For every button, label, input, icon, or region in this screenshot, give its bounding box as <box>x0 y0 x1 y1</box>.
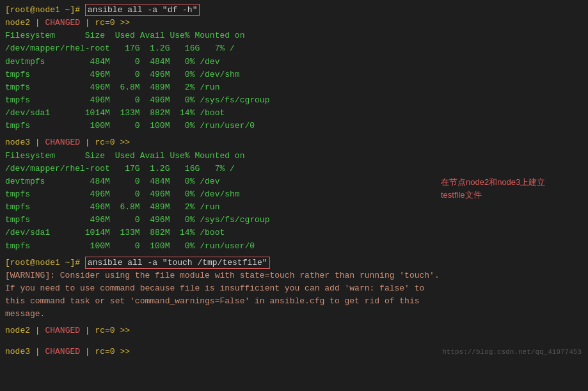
node2-header-2: node2 | CHANGED | rc=0 >> <box>5 324 583 337</box>
df-row-6-node2: /dev/sda1 1014M 133M 882M 14% /boot <box>5 107 583 120</box>
warning-line-3: this command task or set 'command_warnin… <box>5 295 583 308</box>
node3-status-2: CHANGED <box>45 347 80 356</box>
df-row-5-node2: tmpfs 496M 0 496M 0% /sys/fs/cgroup <box>5 94 583 107</box>
df-row-1-node3: /dev/mapper/rhel-root 17G 1.2G 16G 7% / <box>5 163 583 175</box>
prompt-2: [root@node1 ~]# <box>5 258 85 267</box>
df-row-4-node3: tmpfs 496M 6.8M 489M 2% /run <box>5 201 583 214</box>
node2-rc-1: | rc=0 >> <box>80 18 130 28</box>
df-row-5-node3: tmpfs 496M 0 496M 0% /sys/fs/cgroup <box>5 214 583 227</box>
terminal: [root@node1 ~]# ansible all -a "df -h" n… <box>0 0 588 362</box>
df-header-text-node2: Filesystem Size Used Avail Use% Mounted … <box>5 31 244 40</box>
node3-label-1: node3 | <box>5 138 45 147</box>
df-header-node3: Filesystem Size Used Avail Use% Mounted … <box>5 150 583 163</box>
node3-header-1: node3 | CHANGED | rc=0 >> <box>5 136 583 149</box>
df-row-1-node2: /dev/mapper/rhel-root 17G 1.2G 16G 7% / <box>5 42 583 55</box>
df-row-7-node2: tmpfs 100M 0 100M 0% /run/user/0 <box>5 120 583 132</box>
command-box-2: ansible all -a "touch /tmp/testfile" <box>85 257 270 269</box>
node2-rc-2: | rc=0 >> <box>80 326 130 335</box>
node2-label-2: node2 | <box>5 326 45 335</box>
warning-line-4: message. <box>5 308 583 321</box>
df-row-2-node2: devtmpfs 484M 0 484M 0% /dev <box>5 56 583 68</box>
df-row-6-node3: /dev/sda1 1014M 133M 882M 14% /boot <box>5 227 583 239</box>
node3-status-1: CHANGED <box>45 138 80 147</box>
command-box-1: ansible all -a "df -h" <box>85 4 200 16</box>
node2-status-1: CHANGED <box>45 18 80 28</box>
node2-status-2: CHANGED <box>45 326 80 335</box>
watermark: https://blog.csdn.net/qq_41977453 <box>442 348 582 356</box>
df-row-3-node2: tmpfs 496M 0 496M 0% /dev/shm <box>5 68 583 81</box>
node3-label-2: node3 | <box>5 347 45 356</box>
command-line-1: [root@node1 ~]# ansible all -a "df -h" <box>5 4 583 17</box>
df-row-7-node3: tmpfs 100M 0 100M 0% /run/user/0 <box>5 240 583 253</box>
annotation-text: 在节点node2和node3上建立testfile文件 <box>441 176 569 201</box>
node3-rc-2: | rc=0 >> <box>80 347 130 356</box>
df-header-node2: Filesystem Size Used Avail Use% Mounted … <box>5 29 583 42</box>
prompt-1: [root@node1 ~]# <box>5 5 85 15</box>
warning-line-2: If you need to use command because file … <box>5 282 583 295</box>
df-row-4-node2: tmpfs 496M 6.8M 489M 2% /run <box>5 81 583 94</box>
node2-label-1: node2 | <box>5 18 45 28</box>
node2-header-1: node2 | CHANGED | rc=0 >> <box>5 17 583 29</box>
node3-rc-1: | rc=0 >> <box>80 138 130 147</box>
command-line-2: [root@node1 ~]# ansible all -a "touch /t… <box>5 257 583 269</box>
warning-line-1: [WARNING]: Consider using the file modul… <box>5 269 583 282</box>
